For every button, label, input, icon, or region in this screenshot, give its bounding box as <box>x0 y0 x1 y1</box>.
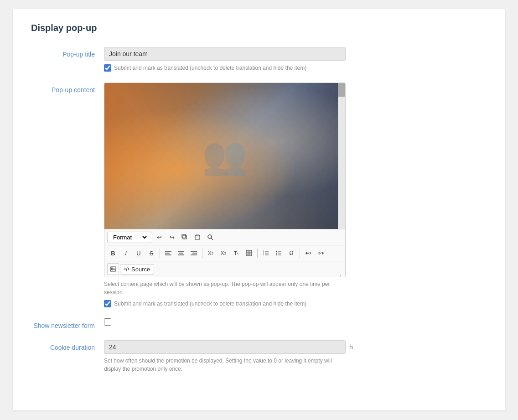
superscript-button[interactable]: X2 <box>218 247 229 259</box>
popup-title-checkbox-row: Submit and mark as translated (uncheck t… <box>104 64 487 72</box>
toolbar-separator-4 <box>300 249 300 258</box>
svg-rect-14 <box>246 250 252 256</box>
popup-content-label: Pop-up content <box>31 83 104 93</box>
align-left-button[interactable] <box>162 247 174 259</box>
source-button[interactable]: Source <box>120 264 154 275</box>
italic-button[interactable]: I <box>120 247 132 259</box>
svg-point-30 <box>276 254 277 255</box>
editor-scrollbar[interactable] <box>338 83 345 229</box>
svg-rect-34 <box>110 267 116 271</box>
editor-toolbar-top: Format Paragraph Heading 1 Heading 2 Hea… <box>104 229 345 245</box>
popup-content-translate-checkbox[interactable] <box>104 300 111 307</box>
popup-title-translate-label: Submit and mark as translated (uncheck t… <box>114 65 306 71</box>
popup-title-label: Pop-up title <box>31 47 104 58</box>
cookie-duration-input-row: h <box>104 340 487 354</box>
format-select[interactable]: Format Paragraph Heading 1 Heading 2 Hea… <box>111 233 148 241</box>
source-label: Source <box>131 266 150 273</box>
undo-button[interactable]: ↩ <box>153 231 165 243</box>
svg-line-4 <box>211 238 213 240</box>
strikethrough-button[interactable]: S <box>145 247 157 259</box>
svg-point-3 <box>208 235 212 239</box>
popup-content-translate-label: Submit and mark as translated (uncheck t… <box>114 301 306 307</box>
paste-button[interactable] <box>192 231 203 243</box>
popup-title-translate-checkbox[interactable] <box>104 64 111 72</box>
copy-button[interactable] <box>179 231 191 243</box>
popup-title-input[interactable] <box>104 47 346 61</box>
cookie-duration-unit: h <box>349 343 353 351</box>
editor-toolbar-extra: Source ⌞ <box>104 261 345 277</box>
cookie-duration-content: h Set how often should the promotion be … <box>104 340 487 373</box>
svg-text:3: 3 <box>263 254 264 256</box>
underline-button[interactable]: U <box>133 247 145 259</box>
editor-image <box>104 83 345 229</box>
rich-text-editor: Format Paragraph Heading 1 Heading 2 Hea… <box>104 83 346 277</box>
popup-content-row: Pop-up content Format Paragraph <box>31 83 487 307</box>
insert-image-button[interactable] <box>107 263 119 275</box>
cookie-duration-input[interactable] <box>104 340 346 354</box>
popup-content-content: Format Paragraph Heading 1 Heading 2 Hea… <box>104 83 487 307</box>
special-char-button[interactable]: Ω <box>285 247 297 259</box>
subscript-button[interactable]: X2 <box>205 247 217 259</box>
popup-title-content: Submit and mark as translated (uncheck t… <box>104 47 487 72</box>
popup-content-helper: Select content page which will be shown … <box>104 280 346 296</box>
align-right-button[interactable] <box>188 247 200 259</box>
svg-point-29 <box>276 253 277 254</box>
display-popup-form: Display pop-up Pop-up title Submit and m… <box>13 9 505 410</box>
svg-point-35 <box>111 268 112 269</box>
redo-button[interactable]: ↪ <box>166 231 178 243</box>
editor-scrollbar-thumb[interactable] <box>338 83 345 97</box>
editor-resize-handle[interactable]: ⌞ <box>340 271 344 276</box>
newsletter-content <box>104 318 487 326</box>
cookie-duration-row: Cookie duration h Set how often should t… <box>31 340 487 373</box>
find-button[interactable] <box>204 231 216 243</box>
clear-format-button[interactable]: Tx <box>230 247 242 259</box>
newsletter-form-row: Show newsletter form <box>31 318 487 329</box>
cookie-duration-helper: Set how often should the promotion be di… <box>104 357 346 373</box>
table-button[interactable] <box>243 247 255 259</box>
toolbar-separator-3 <box>257 249 258 258</box>
toolbar-separator-1 <box>160 249 160 258</box>
link-button[interactable] <box>302 247 314 259</box>
bold-button[interactable]: B <box>107 247 119 259</box>
popup-content-checkbox-row: Submit and mark as translated (uncheck t… <box>104 300 487 307</box>
popup-title-row: Pop-up title Submit and mark as translat… <box>31 47 487 72</box>
show-newsletter-checkbox[interactable] <box>104 318 111 326</box>
svg-point-28 <box>276 251 277 252</box>
svg-rect-0 <box>183 235 186 239</box>
format-dropdown[interactable]: Format Paragraph Heading 1 Heading 2 Hea… <box>107 232 152 243</box>
newsletter-label: Show newsletter form <box>31 318 104 329</box>
editor-image-area <box>104 83 345 229</box>
toolbar-separator-2 <box>202 249 202 258</box>
unlink-button[interactable] <box>315 247 327 259</box>
page-title: Display pop-up <box>31 23 487 33</box>
svg-rect-2 <box>195 235 200 239</box>
cookie-duration-label: Cookie duration <box>31 340 104 351</box>
unordered-list-button[interactable] <box>273 247 285 259</box>
editor-toolbar-bottom: B I U S X2 X2 <box>104 245 345 261</box>
align-center-button[interactable] <box>175 247 187 259</box>
ordered-list-button[interactable]: 1 2 3 <box>260 247 272 259</box>
